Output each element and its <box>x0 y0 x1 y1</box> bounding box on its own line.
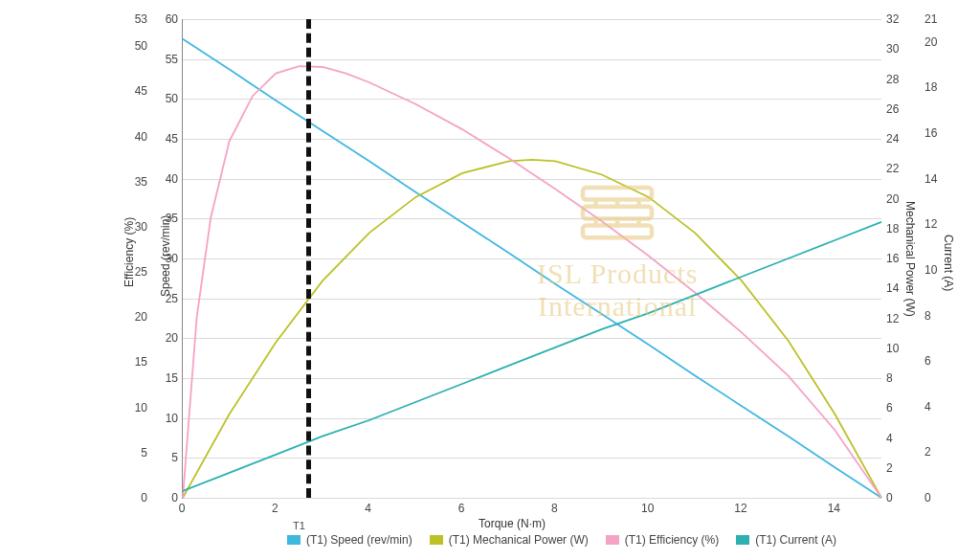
tick-label: 0 <box>159 491 178 504</box>
tick-label: 20 <box>159 331 178 345</box>
tick-label: 22 <box>886 162 909 175</box>
tick-label: 14 <box>828 502 840 515</box>
tick-label: 0 <box>128 491 147 504</box>
tick-label: 60 <box>159 12 178 26</box>
tick-label: 2 <box>272 502 278 515</box>
legend-item-efficiency: (T1) Efficiency (%) <box>606 533 719 547</box>
tick-label: 50 <box>128 39 147 53</box>
tick-label: 30 <box>886 42 909 56</box>
chart-curves <box>183 19 881 498</box>
tick-label: 20 <box>128 310 147 324</box>
tick-label: 53 <box>128 12 147 26</box>
tick-label: 12 <box>924 217 947 231</box>
tick-label: 10 <box>886 342 909 355</box>
tick-label: 50 <box>159 92 178 105</box>
tick-label: 2 <box>886 461 909 475</box>
tick-label: 30 <box>128 220 147 234</box>
tick-label: 15 <box>159 371 178 385</box>
tick-label: 4 <box>924 400 947 414</box>
tick-label: 0 <box>179 502 186 515</box>
tick-label: 5 <box>128 446 147 459</box>
tick-label: 10 <box>128 401 147 414</box>
tick-label: 6 <box>458 502 465 515</box>
tick-label: 25 <box>128 265 147 279</box>
legend-title: T1 <box>293 520 880 531</box>
tick-label: 45 <box>128 84 147 98</box>
tick-label: 10 <box>641 502 654 515</box>
tick-label: 18 <box>886 222 909 235</box>
tick-label: 4 <box>886 432 909 445</box>
legend-label: (T1) Speed (rev/min) <box>306 533 412 547</box>
motor-performance-chart: ISL Products International Torque (N·m) … <box>0 0 980 560</box>
swatch-icon <box>606 535 619 545</box>
tick-label: 15 <box>128 355 147 369</box>
operating-point-marker <box>306 19 316 498</box>
tick-label: 8 <box>924 309 947 323</box>
legend: T1 (T1) Speed (rev/min) (T1) Mechanical … <box>287 520 880 547</box>
tick-label: 45 <box>159 132 178 146</box>
tick-label: 24 <box>886 132 909 146</box>
swatch-icon <box>430 535 443 545</box>
tick-label: 12 <box>734 502 746 515</box>
legend-label: (T1) Efficiency (%) <box>625 533 719 547</box>
tick-label: 8 <box>551 502 558 515</box>
tick-label: 12 <box>886 312 909 325</box>
tick-label: 0 <box>924 491 947 504</box>
tick-label: 8 <box>886 371 909 385</box>
tick-label: 2 <box>924 445 947 459</box>
tick-label: 20 <box>886 192 909 206</box>
tick-label: 40 <box>128 130 147 144</box>
tick-label: 40 <box>159 172 178 186</box>
swatch-icon <box>287 535 301 545</box>
tick-label: 25 <box>159 292 178 305</box>
tick-label: 6 <box>886 401 909 414</box>
tick-label: 14 <box>924 172 947 186</box>
tick-label: 14 <box>886 281 909 295</box>
tick-label: 26 <box>886 102 909 116</box>
tick-label: 35 <box>159 212 178 225</box>
legend-label: (T1) Current (A) <box>755 533 836 547</box>
tick-label: 0 <box>886 491 909 504</box>
legend-item-power: (T1) Mechanical Power (W) <box>430 533 589 547</box>
swatch-icon <box>736 535 749 545</box>
tick-label: 28 <box>886 73 909 86</box>
legend-item-current: (T1) Current (A) <box>736 533 836 547</box>
tick-label: 35 <box>128 175 147 189</box>
tick-label: 6 <box>924 354 947 368</box>
tick-label: 21 <box>924 12 947 26</box>
tick-label: 18 <box>924 80 947 94</box>
tick-label: 16 <box>924 126 947 140</box>
tick-label: 16 <box>886 252 909 265</box>
tick-label: 10 <box>924 263 947 277</box>
plot-area: ISL Products International <box>182 19 881 499</box>
legend-label: (T1) Mechanical Power (W) <box>449 533 589 547</box>
tick-label: 55 <box>159 53 178 66</box>
tick-label: 10 <box>159 412 178 425</box>
tick-label: 30 <box>159 252 178 265</box>
tick-label: 20 <box>924 35 947 49</box>
tick-label: 32 <box>886 12 909 26</box>
legend-item-speed: (T1) Speed (rev/min) <box>287 533 412 547</box>
tick-label: 5 <box>159 451 178 464</box>
tick-label: 4 <box>365 502 371 515</box>
